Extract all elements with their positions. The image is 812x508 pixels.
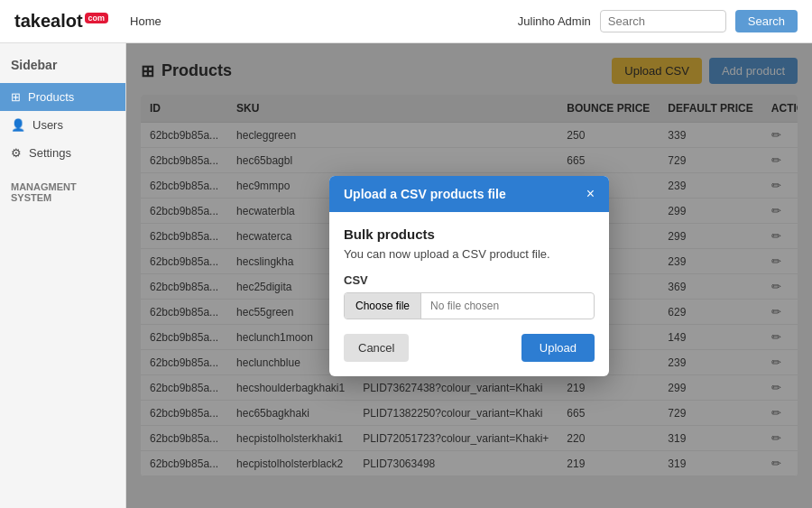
users-icon: 👤 — [11, 118, 25, 132]
logo-text: takealot — [14, 11, 83, 32]
main-layout: Sidebar ⊞ Products 👤 Users ⚙ Settings Ma… — [0, 43, 812, 508]
file-input-row: Choose file No file chosen — [344, 292, 595, 319]
modal-header: Upload a CSV products file × — [329, 176, 609, 212]
upload-csv-modal: Upload a CSV products file × Bulk produc… — [329, 176, 609, 376]
modal-csv-label: CSV — [344, 273, 595, 287]
modal-description: You can now upload a CSV product file. — [344, 247, 595, 261]
choose-file-button[interactable]: Choose file — [345, 293, 421, 319]
sidebar-item-settings-label: Settings — [29, 146, 71, 160]
sidebar: Sidebar ⊞ Products 👤 Users ⚙ Settings Ma… — [0, 43, 126, 508]
modal-upload-button[interactable]: Upload — [521, 334, 595, 362]
sidebar-item-products[interactable]: ⊞ Products — [0, 83, 125, 111]
sidebar-item-users[interactable]: 👤 Users — [0, 111, 125, 139]
content-area: ⊞ Products Upload CSV Add product ID SKU… — [126, 43, 812, 508]
file-name-display: No file chosen — [421, 293, 594, 319]
logo: takealot com — [14, 11, 108, 32]
sidebar-title: Sidebar — [0, 58, 125, 83]
modal-title: Upload a CSV products file — [344, 187, 506, 201]
gear-icon: ⚙ — [11, 146, 22, 160]
search-input[interactable] — [600, 10, 726, 32]
modal-body: Bulk products You can now upload a CSV p… — [329, 212, 609, 376]
sidebar-item-products-label: Products — [28, 90, 74, 104]
sidebar-item-settings[interactable]: ⚙ Settings — [0, 139, 125, 167]
nav-home-link[interactable]: Home — [130, 14, 161, 28]
modal-overlay: Upload a CSV products file × Bulk produc… — [126, 43, 812, 508]
navbar: takealot com Home Julinho Admin Search — [0, 0, 812, 43]
modal-section-title: Bulk products — [344, 226, 595, 242]
logo-badge: com — [85, 13, 109, 23]
modal-cancel-button[interactable]: Cancel — [344, 334, 409, 362]
sidebar-item-users-label: Users — [32, 118, 63, 132]
admin-name: Julinho Admin — [518, 14, 591, 28]
sidebar-section-label: Managment System — [0, 181, 125, 203]
grid-icon: ⊞ — [11, 90, 21, 104]
search-button[interactable]: Search — [735, 10, 798, 32]
nav-right: Julinho Admin Search — [518, 10, 798, 32]
modal-close-button[interactable]: × — [586, 187, 595, 201]
modal-footer: Cancel Upload — [344, 334, 595, 362]
